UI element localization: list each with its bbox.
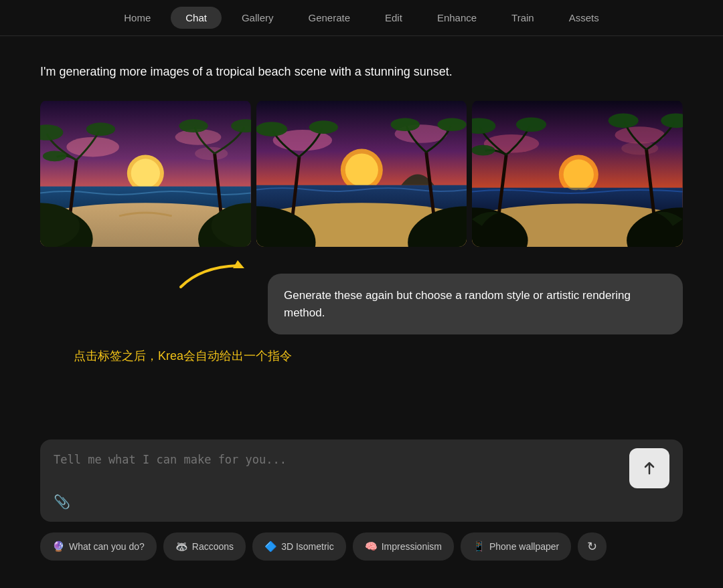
annotation-arrow — [174, 254, 254, 296]
svg-point-28 — [309, 120, 337, 134]
chip-icon-raccoon: 🦝 — [175, 541, 188, 553]
nav-edit[interactable]: Edit — [370, 7, 417, 29]
chip-3d-isometric[interactable]: 🔷 3D Isometric — [252, 532, 346, 561]
svg-point-44 — [516, 117, 546, 132]
chip-label-raccoons: Raccoons — [192, 541, 234, 552]
svg-point-36 — [564, 159, 594, 189]
nav-generate[interactable]: Generate — [293, 7, 365, 29]
chip-refresh[interactable]: ↻ — [578, 532, 607, 561]
nav-assets[interactable]: Assets — [554, 7, 614, 29]
beach-image-1[interactable] — [40, 100, 251, 247]
svg-point-10 — [86, 122, 115, 136]
svg-point-45 — [472, 145, 495, 156]
send-button[interactable] — [629, 448, 669, 488]
chip-icon-phone: 📱 — [473, 541, 485, 553]
image-gallery — [40, 100, 683, 247]
nav-gallery[interactable]: Gallery — [227, 7, 289, 29]
svg-point-14 — [179, 119, 208, 132]
nav-home[interactable]: Home — [109, 7, 165, 29]
chip-icon-impressionism: 🧠 — [365, 541, 378, 553]
chip-icon-magic: 🔮 — [52, 541, 65, 553]
svg-point-2 — [131, 159, 160, 187]
input-area: 📎 — [40, 439, 683, 522]
svg-point-48 — [609, 114, 639, 128]
annotation-container: Generate these again but choose a random… — [40, 274, 683, 364]
chip-phone-wallpaper[interactable]: 📱 Phone wallpaper — [461, 532, 571, 561]
beach-image-2[interactable] — [256, 100, 467, 247]
chip-impressionism[interactable]: 🧠 Impressionism — [353, 532, 454, 561]
input-row — [54, 452, 669, 488]
svg-point-27 — [256, 122, 287, 136]
quick-actions: 🔮 What can you do? 🦝 Raccoons 🔷 3D Isome… — [40, 532, 683, 567]
ai-message: I'm generating more images of a tropical… — [40, 63, 683, 81]
attach-icon[interactable]: 📎 — [54, 494, 70, 510]
nav-chat[interactable]: Chat — [171, 7, 222, 29]
chat-input[interactable] — [54, 452, 621, 472]
svg-point-21 — [345, 153, 378, 186]
svg-point-31 — [390, 118, 419, 131]
refresh-icon: ↻ — [587, 539, 597, 554]
main-content: I'm generating more images of a tropical… — [0, 36, 723, 581]
input-actions: 📎 — [54, 494, 669, 510]
annotation-text: 点击标签之后，Krea会自动给出一个指令 — [74, 348, 683, 364]
chip-raccoons[interactable]: 🦝 Raccoons — [163, 532, 246, 561]
user-message-container: Generate these again but choose a random… — [40, 274, 683, 334]
nav-train[interactable]: Train — [497, 7, 549, 29]
svg-point-30 — [437, 118, 466, 131]
chip-icon-3d: 🔷 — [264, 541, 277, 553]
navbar: Home Chat Gallery Generate Edit Enhance … — [0, 0, 723, 36]
user-message-bubble: Generate these again but choose a random… — [268, 274, 683, 334]
chip-label-phone: Phone wallpaper — [489, 541, 559, 552]
svg-marker-51 — [233, 260, 244, 268]
chip-label-impressionism: Impressionism — [382, 541, 442, 552]
nav-enhance[interactable]: Enhance — [422, 7, 491, 29]
beach-image-3[interactable] — [472, 100, 683, 247]
chip-label-what: What can you do? — [69, 541, 145, 552]
svg-point-11 — [43, 151, 66, 162]
chip-what-can-you-do[interactable]: 🔮 What can you do? — [40, 532, 157, 561]
chip-label-3d: 3D Isometric — [281, 541, 334, 552]
